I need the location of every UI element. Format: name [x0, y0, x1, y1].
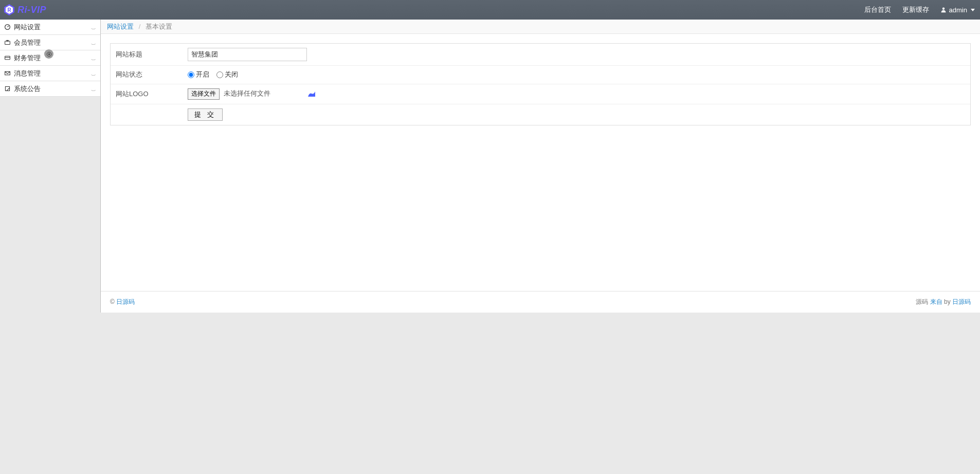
card-icon [4, 54, 11, 61]
breadcrumb-separator: / [139, 23, 141, 30]
brand-text: Ri-VIP [17, 5, 46, 15]
site-title-input[interactable] [188, 48, 307, 61]
compass-icon[interactable] [44, 49, 53, 59]
svg-rect-6 [7, 40, 8, 41]
chevron-down-icon: ﹀ [91, 86, 96, 96]
footer-right-prefix: 源码 [916, 298, 930, 305]
dashboard-icon [4, 24, 11, 30]
label-site-title: 网站标题 [111, 44, 183, 66]
svg-rect-7 [5, 56, 10, 60]
status-on-radio[interactable] [188, 71, 194, 78]
svg-marker-12 [48, 52, 50, 56]
content: 网站设置 / 基本设置 网站标题 网站状态 开启 [101, 20, 980, 313]
mail-icon [4, 70, 11, 77]
caret-down-icon [971, 9, 975, 11]
svg-point-3 [942, 8, 945, 10]
sidebar-item-announcement[interactable]: 系统公告 ﹀ [0, 81, 100, 97]
sidebar: 网站设置 ﹀ 会员管理 ﹀ 财务管理 ﹀ 消息管理 ﹀ 系统公告 ﹀ [0, 20, 101, 313]
breadcrumb-root[interactable]: 网站设置 [107, 23, 134, 30]
label-site-status: 网站状态 [111, 66, 183, 84]
sidebar-item-label: 网站设置 [14, 20, 41, 35]
svg-rect-5 [5, 41, 10, 45]
choose-file-button[interactable]: 选择文件 [188, 88, 220, 100]
brand-logo-icon: R [3, 4, 15, 16]
brand-logo[interactable]: R Ri-VIP [3, 4, 46, 16]
sidebar-item-site-settings[interactable]: 网站设置 ﹀ [0, 20, 100, 35]
briefcase-icon [4, 39, 11, 46]
chevron-down-icon: ﹀ [91, 40, 96, 49]
svg-text:R: R [7, 7, 11, 13]
status-off-option[interactable]: 关闭 [216, 70, 238, 79]
user-name: admin [949, 6, 967, 14]
nav-home-link[interactable]: 后台首页 [864, 5, 891, 14]
settings-form: 网站标题 网站状态 开启 关闭 [110, 43, 971, 125]
footer-right-link2[interactable]: 日源码 [952, 298, 971, 305]
footer-copy-link[interactable]: 日源码 [116, 298, 135, 305]
nav-cache-link[interactable]: 更新缓存 [902, 5, 929, 14]
logo-preview [308, 92, 315, 97]
label-site-logo: 网站LOGO [111, 84, 183, 104]
submit-button[interactable]: 提 交 [188, 108, 223, 121]
status-off-text: 关闭 [225, 70, 238, 79]
sidebar-item-label: 财务管理 [14, 50, 41, 66]
sidebar-item-message[interactable]: 消息管理 ﹀ [0, 66, 100, 81]
footer-copy-prefix: © [110, 298, 116, 305]
row-site-title: 网站标题 [111, 44, 970, 66]
row-site-status: 网站状态 开启 关闭 [111, 66, 970, 84]
chevron-down-icon: ﹀ [91, 56, 96, 65]
footer-right-mid: by [942, 298, 952, 305]
user-menu[interactable]: admin [940, 6, 975, 14]
status-on-option[interactable]: 开启 [188, 70, 209, 79]
footer: © 日源码 源码 来自 by 日源码 [101, 291, 980, 313]
navbar: R Ri-VIP 后台首页 更新缓存 admin [0, 0, 980, 20]
sidebar-item-member[interactable]: 会员管理 ﹀ [0, 35, 100, 50]
edit-icon [4, 85, 11, 92]
status-on-text: 开启 [196, 70, 209, 79]
user-icon [940, 7, 947, 13]
file-none-text: 未选择任何文件 [224, 89, 270, 97]
chevron-down-icon: ﹀ [91, 71, 96, 80]
sidebar-item-label: 系统公告 [14, 81, 41, 97]
breadcrumb-current: 基本设置 [146, 23, 172, 30]
status-off-radio[interactable] [216, 71, 223, 78]
footer-right-link1[interactable]: 来自 [930, 298, 942, 305]
sidebar-item-label: 会员管理 [14, 35, 41, 50]
row-submit: 提 交 [111, 104, 970, 125]
breadcrumb: 网站设置 / 基本设置 [101, 20, 980, 34]
row-site-logo: 网站LOGO 选择文件 未选择任何文件 [111, 84, 970, 104]
sidebar-item-label: 消息管理 [14, 66, 41, 81]
chevron-down-icon: ﹀ [91, 25, 96, 34]
